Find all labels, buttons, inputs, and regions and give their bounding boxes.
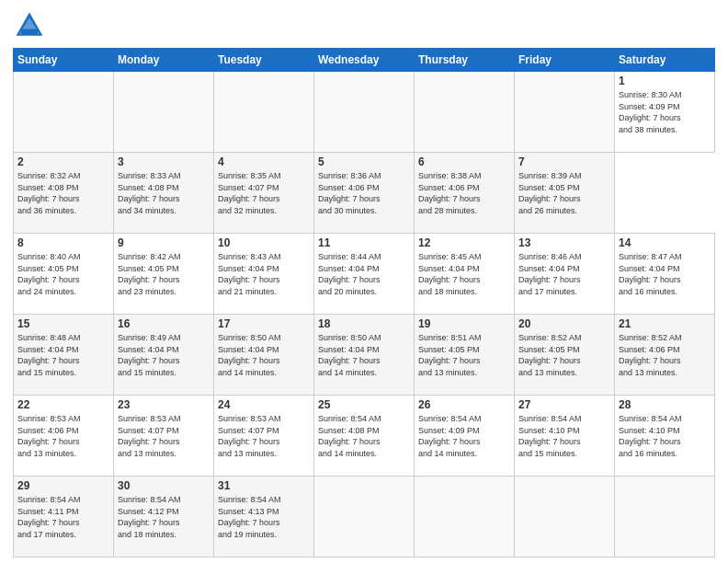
calendar-cell: 19Sunrise: 8:51 AMSunset: 4:05 PMDayligh… [415, 315, 515, 396]
day-number: 14 [619, 236, 711, 249]
calendar-cell: 9Sunrise: 8:42 AMSunset: 4:05 PMDaylight… [114, 234, 214, 315]
calendar-cell: 31Sunrise: 8:54 AMSunset: 4:13 PMDayligh… [214, 477, 314, 557]
calendar-cell: 13Sunrise: 8:46 AMSunset: 4:04 PMDayligh… [515, 234, 615, 315]
day-number: 15 [17, 317, 109, 330]
calendar-week-row: 1Sunrise: 8:30 AMSunset: 4:09 PMDaylight… [14, 72, 715, 153]
day-number: 20 [518, 317, 610, 330]
calendar-cell: 2Sunrise: 8:32 AMSunset: 4:08 PMDaylight… [14, 153, 114, 234]
day-info: Sunrise: 8:54 AMSunset: 4:10 PMDaylight:… [619, 413, 711, 459]
day-number: 9 [118, 236, 210, 249]
day-info: Sunrise: 8:53 AMSunset: 4:07 PMDaylight:… [218, 413, 310, 459]
day-info: Sunrise: 8:46 AMSunset: 4:04 PMDaylight:… [518, 251, 610, 297]
calendar-cell [415, 477, 515, 557]
calendar-cell: 28Sunrise: 8:54 AMSunset: 4:10 PMDayligh… [615, 396, 715, 477]
calendar-cell: 30Sunrise: 8:54 AMSunset: 4:12 PMDayligh… [114, 477, 214, 557]
day-info: Sunrise: 8:50 AMSunset: 4:04 PMDaylight:… [218, 332, 310, 378]
day-info: Sunrise: 8:43 AMSunset: 4:04 PMDaylight:… [218, 251, 310, 297]
calendar-cell: 15Sunrise: 8:48 AMSunset: 4:04 PMDayligh… [14, 315, 114, 396]
day-info: Sunrise: 8:52 AMSunset: 4:05 PMDaylight:… [518, 332, 610, 378]
calendar-cell: 8Sunrise: 8:40 AMSunset: 4:05 PMDaylight… [14, 234, 114, 315]
day-number: 6 [418, 155, 510, 168]
day-info: Sunrise: 8:54 AMSunset: 4:10 PMDaylight:… [518, 413, 610, 459]
logo [13, 9, 50, 42]
day-number: 19 [418, 317, 510, 330]
day-info: Sunrise: 8:39 AMSunset: 4:05 PMDaylight:… [518, 170, 610, 216]
calendar-cell: 20Sunrise: 8:52 AMSunset: 4:05 PMDayligh… [515, 315, 615, 396]
calendar-cell: 25Sunrise: 8:54 AMSunset: 4:08 PMDayligh… [314, 396, 415, 477]
calendar-cell: 26Sunrise: 8:54 AMSunset: 4:09 PMDayligh… [415, 396, 515, 477]
day-info: Sunrise: 8:36 AMSunset: 4:06 PMDaylight:… [318, 170, 410, 216]
day-info: Sunrise: 8:54 AMSunset: 4:09 PMDaylight:… [418, 413, 510, 459]
day-number: 25 [318, 398, 410, 411]
calendar-cell: 16Sunrise: 8:49 AMSunset: 4:04 PMDayligh… [114, 315, 214, 396]
calendar-cell [14, 72, 114, 153]
day-number: 21 [619, 317, 711, 330]
calendar-cell [314, 477, 415, 557]
day-info: Sunrise: 8:53 AMSunset: 4:07 PMDaylight:… [118, 413, 210, 459]
calendar-cell: 29Sunrise: 8:54 AMSunset: 4:11 PMDayligh… [14, 477, 114, 557]
day-info: Sunrise: 8:40 AMSunset: 4:05 PMDaylight:… [17, 251, 109, 297]
calendar-cell: 27Sunrise: 8:54 AMSunset: 4:10 PMDayligh… [515, 396, 615, 477]
calendar-cell [615, 477, 715, 557]
day-number: 3 [118, 155, 210, 168]
day-number: 1 [619, 75, 711, 87]
calendar-cell: 4Sunrise: 8:35 AMSunset: 4:07 PMDaylight… [214, 153, 314, 234]
calendar-body: 1Sunrise: 8:30 AMSunset: 4:09 PMDaylight… [14, 72, 715, 557]
day-number: 27 [518, 398, 610, 411]
day-number: 18 [318, 317, 410, 330]
day-number: 10 [218, 236, 310, 249]
calendar-cell: 7Sunrise: 8:39 AMSunset: 4:05 PMDaylight… [515, 153, 615, 234]
day-number: 17 [218, 317, 310, 330]
calendar-cell: 21Sunrise: 8:52 AMSunset: 4:06 PMDayligh… [615, 315, 715, 396]
calendar-cell [314, 72, 415, 153]
calendar-week-row: 2Sunrise: 8:32 AMSunset: 4:08 PMDaylight… [14, 153, 715, 234]
calendar-cell [515, 72, 615, 153]
day-of-week-header: Monday [114, 49, 214, 72]
day-info: Sunrise: 8:54 AMSunset: 4:12 PMDaylight:… [118, 494, 210, 540]
day-number: 2 [17, 155, 109, 168]
calendar-cell: 17Sunrise: 8:50 AMSunset: 4:04 PMDayligh… [214, 315, 314, 396]
day-number: 23 [118, 398, 210, 411]
calendar-cell [114, 72, 214, 153]
calendar-table: SundayMondayTuesdayWednesdayThursdayFrid… [13, 48, 715, 557]
day-info: Sunrise: 8:52 AMSunset: 4:06 PMDaylight:… [619, 332, 711, 378]
page-container: SundayMondayTuesdayWednesdayThursdayFrid… [0, 0, 728, 563]
day-number: 5 [318, 155, 410, 168]
day-info: Sunrise: 8:45 AMSunset: 4:04 PMDaylight:… [418, 251, 510, 297]
days-of-week-row: SundayMondayTuesdayWednesdayThursdayFrid… [14, 49, 715, 72]
day-number: 22 [17, 398, 109, 411]
day-number: 11 [318, 236, 410, 249]
page-header [13, 9, 715, 42]
day-info: Sunrise: 8:50 AMSunset: 4:04 PMDaylight:… [318, 332, 410, 378]
calendar-cell: 6Sunrise: 8:38 AMSunset: 4:06 PMDaylight… [415, 153, 515, 234]
day-info: Sunrise: 8:35 AMSunset: 4:07 PMDaylight:… [218, 170, 310, 216]
svg-rect-2 [21, 29, 38, 34]
day-info: Sunrise: 8:54 AMSunset: 4:13 PMDaylight:… [218, 494, 310, 540]
day-number: 29 [17, 479, 109, 492]
calendar-header: SundayMondayTuesdayWednesdayThursdayFrid… [14, 49, 715, 72]
logo-icon [13, 9, 46, 42]
day-of-week-header: Thursday [415, 49, 515, 72]
day-info: Sunrise: 8:32 AMSunset: 4:08 PMDaylight:… [17, 170, 109, 216]
calendar-cell: 11Sunrise: 8:44 AMSunset: 4:04 PMDayligh… [314, 234, 415, 315]
day-of-week-header: Tuesday [214, 49, 314, 72]
day-number: 4 [218, 155, 310, 168]
calendar-cell: 14Sunrise: 8:47 AMSunset: 4:04 PMDayligh… [615, 234, 715, 315]
day-info: Sunrise: 8:33 AMSunset: 4:08 PMDaylight:… [118, 170, 210, 216]
calendar-cell [214, 72, 314, 153]
day-info: Sunrise: 8:54 AMSunset: 4:11 PMDaylight:… [17, 494, 109, 540]
day-number: 28 [619, 398, 711, 411]
day-number: 16 [118, 317, 210, 330]
day-of-week-header: Wednesday [314, 49, 415, 72]
calendar-week-row: 22Sunrise: 8:53 AMSunset: 4:06 PMDayligh… [14, 396, 715, 477]
calendar-cell: 22Sunrise: 8:53 AMSunset: 4:06 PMDayligh… [14, 396, 114, 477]
day-info: Sunrise: 8:42 AMSunset: 4:05 PMDaylight:… [118, 251, 210, 297]
calendar-week-row: 8Sunrise: 8:40 AMSunset: 4:05 PMDaylight… [14, 234, 715, 315]
day-info: Sunrise: 8:54 AMSunset: 4:08 PMDaylight:… [318, 413, 410, 459]
day-number: 31 [218, 479, 310, 492]
calendar-cell: 23Sunrise: 8:53 AMSunset: 4:07 PMDayligh… [114, 396, 214, 477]
day-number: 24 [218, 398, 310, 411]
calendar-cell: 10Sunrise: 8:43 AMSunset: 4:04 PMDayligh… [214, 234, 314, 315]
day-info: Sunrise: 8:47 AMSunset: 4:04 PMDaylight:… [619, 251, 711, 297]
day-of-week-header: Sunday [14, 49, 114, 72]
